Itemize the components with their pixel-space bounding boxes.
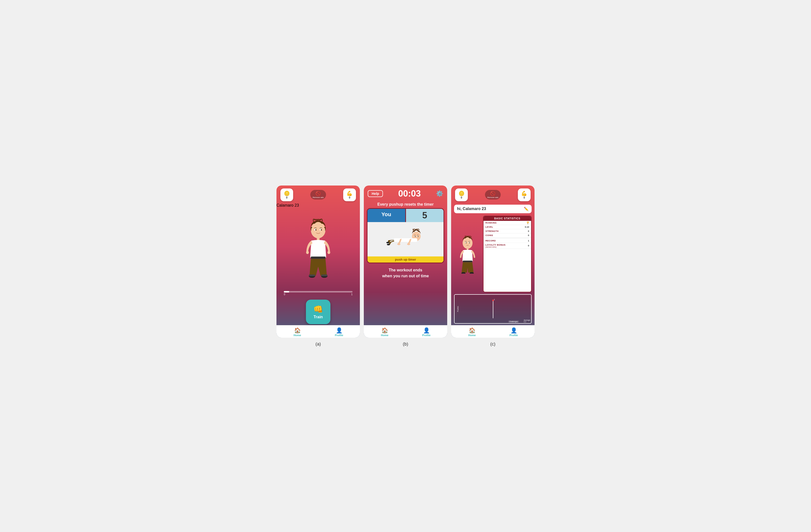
- level-value: 0.10: [525, 226, 529, 228]
- coins-btn-a[interactable]: 🪙 0: [280, 188, 293, 201]
- svg-point-16: [415, 236, 416, 237]
- caption-a: (a): [316, 341, 321, 347]
- svg-point-21: [387, 244, 390, 245]
- greeting-text-c: hi, Calamaro 23: [457, 207, 486, 211]
- remove-ads-text-a: Remove ads: [313, 196, 324, 198]
- home-label-c: Home: [468, 334, 476, 337]
- strength-label: STRENGTH: [486, 230, 499, 232]
- remove-ads-text-c: Remove ads: [487, 196, 499, 198]
- challenges-btn-c[interactable]: Challenges: [508, 320, 519, 323]
- username-title-a: Calamaro 23: [276, 203, 360, 208]
- coins-icon-c: 🪙: [458, 191, 464, 196]
- strength-count-a: 0: [349, 196, 350, 199]
- train-button[interactable]: 👊 Train: [306, 300, 331, 324]
- svg-point-19: [407, 243, 410, 245]
- screen-b: Help 00:03 ⚙️ Every pushup resets the ti…: [364, 185, 447, 338]
- train-btn-area: 👊 Train: [276, 298, 360, 325]
- svg-point-3: [315, 229, 317, 231]
- svg-point-23: [463, 237, 473, 248]
- stats-char-svg-c: [455, 234, 480, 274]
- you-label-b: You: [367, 209, 405, 222]
- pushup-image-area-b: [367, 222, 444, 256]
- svg-point-7: [327, 251, 330, 254]
- progress-labels-a: 0 1: [284, 293, 353, 296]
- nav-profile-c[interactable]: 👤 Profile: [493, 328, 535, 337]
- home-label-a: Home: [294, 334, 301, 337]
- character-area-a: [276, 208, 360, 289]
- bottom-nav-b: 🏠 Home 👤 Profile: [364, 325, 447, 338]
- strength-btn-a[interactable]: 💪 0: [343, 188, 356, 201]
- workout-info-b: The workout ends when you run out of tim…: [364, 263, 447, 283]
- stats-row-level: LEVEL 0.10: [484, 225, 531, 229]
- stats-character-row-c: BASIC STATISTICS RANKING 🏆 LEVEL 0.10 ST…: [451, 215, 535, 293]
- caption-b: (b): [403, 341, 408, 347]
- settings-icon-b[interactable]: ⚙️: [436, 190, 443, 197]
- svg-rect-11: [309, 274, 315, 276]
- chart-y-label-c: Pushes: [457, 306, 459, 311]
- stats-divider: [486, 238, 529, 238]
- strength-count-c: 0: [523, 196, 525, 199]
- profile-label-c: Profile: [509, 334, 518, 337]
- stats-row-strength: STRENGTH 0: [484, 229, 531, 233]
- svg-rect-29: [463, 260, 473, 262]
- stats-row-loyalty: LOYALTY BONUS (earned coins) 0: [484, 243, 531, 249]
- home-label-b: Home: [381, 334, 388, 337]
- svg-point-27: [469, 242, 470, 243]
- top-bar-a: 🪙 0 🚫 Remove ads 💪 0: [276, 185, 360, 203]
- coins-count-c: 0: [461, 196, 462, 199]
- ranking-label: RANKING: [486, 222, 497, 224]
- greeting-bar-c: hi, Calamaro 23 ✏️: [454, 204, 532, 213]
- remove-ads-a[interactable]: 🚫 Remove ads: [310, 190, 326, 199]
- home-icon-c: 🏠: [469, 328, 475, 334]
- progress-min-a: 0: [284, 293, 285, 296]
- stats-panel-c: BASIC STATISTICS RANKING 🏆 LEVEL 0.10 ST…: [483, 216, 532, 292]
- tagline-b: Every pushup resets the timer: [364, 201, 447, 208]
- loyalty-label: LOYALTY BONUS: [486, 244, 506, 246]
- remove-ads-c[interactable]: 🚫 Remove ads: [485, 190, 501, 199]
- svg-rect-12: [321, 274, 327, 276]
- count-box-b: 5: [405, 209, 444, 222]
- strength-btn-c[interactable]: 💪 0: [518, 188, 531, 201]
- nav-home-b[interactable]: 🏠 Home: [364, 328, 406, 337]
- pushup-card-header-b: You 5: [367, 209, 444, 222]
- coins-icon-a: 🪙: [284, 191, 290, 196]
- record-label: RECORD: [486, 240, 496, 242]
- chart-bar-c: [493, 301, 493, 318]
- caption-c: (c): [490, 341, 495, 347]
- svg-point-6: [306, 251, 309, 254]
- coins-btn-c[interactable]: 🪙 0: [455, 188, 468, 201]
- coins-value: 0: [528, 234, 529, 237]
- no-ads-icon-a: 🚫: [316, 191, 321, 196]
- svg-point-22: [386, 242, 389, 243]
- loyalty-sub: (earned coins): [486, 246, 506, 248]
- strength-value: 0: [528, 230, 529, 232]
- nav-profile-b[interactable]: 👤 Profile: [406, 328, 447, 337]
- timer-display-b: 00:03: [398, 188, 421, 199]
- ranking-value: 🏆: [526, 222, 529, 224]
- home-icon-a: 🏠: [294, 328, 301, 334]
- help-button-b[interactable]: Help: [368, 190, 383, 197]
- pushup-card-b: You 5: [367, 208, 444, 263]
- svg-point-4: [321, 229, 322, 231]
- profile-icon-a: 👤: [336, 328, 342, 334]
- nav-home-c[interactable]: 🏠 Home: [451, 328, 493, 337]
- stats-row-ranking: RANKING 🏆: [484, 221, 531, 225]
- screen-c-wrapper: 🪙 0 🚫 Remove ads 💪 0 hi, Calamaro 23 ✏️: [451, 185, 535, 347]
- pushup-char-svg-b: [386, 225, 425, 254]
- top-bar-c: 🪙 0 🚫 Remove ads 💪 0: [451, 185, 535, 203]
- bottom-nav-c: 🏠 Home 👤 Profile: [451, 325, 535, 338]
- nav-home-a[interactable]: 🏠 Home: [276, 328, 318, 337]
- muscle-icon-c: 💪: [521, 191, 527, 196]
- chart-avg-c: Average 0.0: [524, 319, 530, 323]
- screen-a: 🪙 0 🚫 Remove ads 💪 0 Calamaro 23: [276, 185, 360, 338]
- level-label: LEVEL: [486, 226, 493, 228]
- profile-label-a: Profile: [335, 334, 343, 337]
- nav-profile-a[interactable]: 👤 Profile: [318, 328, 360, 337]
- coins-label: COINS: [486, 234, 493, 237]
- edit-icon-c[interactable]: ✏️: [524, 207, 529, 211]
- chart-area-c: Pushes 1 Average 0.0 Challenges: [454, 294, 532, 324]
- profile-label-b: Profile: [422, 334, 430, 337]
- progress-bar-fill-a: [284, 291, 289, 292]
- profile-icon-b: 👤: [423, 328, 430, 334]
- stats-char-c: [454, 216, 481, 292]
